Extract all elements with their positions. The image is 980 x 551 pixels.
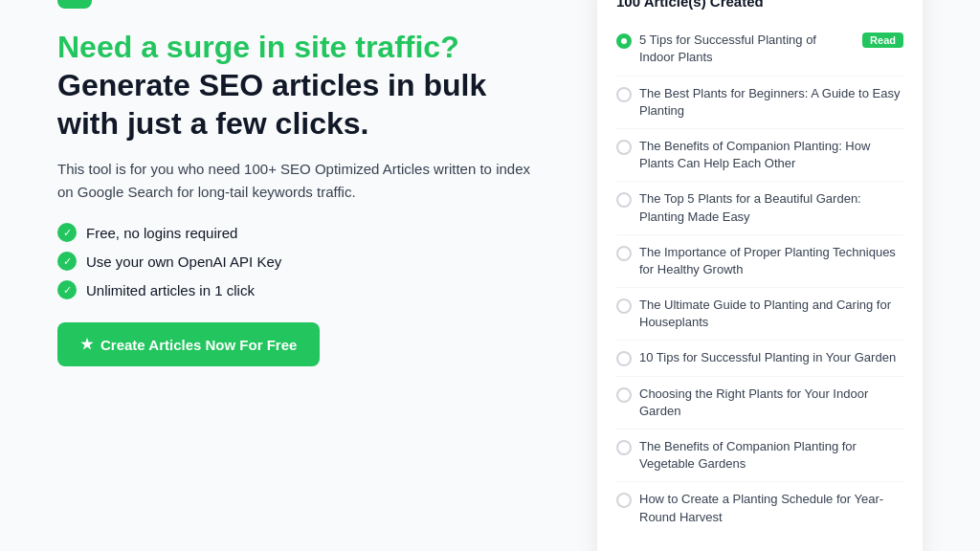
subtext: This tool is for you who need 100+ SEO O… — [57, 158, 540, 204]
article-item-6[interactable]: The Ultimate Guide to Planting and Carin… — [616, 288, 903, 341]
article-title-7: 10 Tips for Successful Planting in Your … — [639, 349, 903, 366]
check-icon-3: ✓ — [57, 280, 77, 299]
article-radio-5 — [616, 246, 632, 261]
article-radio-4 — [616, 192, 632, 208]
feature-item-1: ✓ Free, no logins required — [57, 223, 540, 242]
check-icon-1: ✓ — [57, 223, 77, 242]
article-item-7[interactable]: 10 Tips for Successful Planting in Your … — [616, 341, 903, 376]
article-list: 5 Tips for Successful Planting of Indoor… — [616, 23, 903, 535]
logo-row: ∞ BulkGenerate.com — [57, 0, 540, 9]
articles-count-header: 100 Article(s) Created — [616, 0, 903, 10]
article-radio-10 — [616, 493, 632, 508]
cta-button[interactable]: ★ Create Articles Now For Free — [57, 322, 320, 366]
article-title-10: How to Create a Planting Schedule for Ye… — [639, 491, 903, 525]
article-item-4[interactable]: The Top 5 Plants for a Beautiful Garden:… — [616, 182, 903, 234]
read-badge-1: Read — [862, 33, 903, 48]
article-item-2[interactable]: The Best Plants for Beginners: A Guide t… — [616, 77, 903, 129]
page-wrapper: ∞ BulkGenerate.com Need a surge in site … — [0, 0, 980, 551]
article-item-8[interactable]: Choosing the Right Plants for Your Indoo… — [616, 377, 903, 430]
feature-item-3: ✓ Unlimited articles in 1 click — [57, 280, 540, 299]
article-radio-9 — [616, 440, 632, 455]
article-title-3: The Benefits of Companion Planting: How … — [639, 138, 903, 172]
left-panel: ∞ BulkGenerate.com Need a surge in site … — [57, 0, 540, 366]
headline-green: Need a surge in site traffic? — [57, 30, 459, 64]
feature-item-2: ✓ Use your own OpenAI API Key — [57, 252, 540, 271]
article-radio-3 — [616, 140, 632, 155]
article-title-1: 5 Tips for Successful Planting of Indoor… — [639, 32, 855, 66]
logo-icon: ∞ — [57, 0, 92, 9]
article-radio-1 — [616, 33, 632, 49]
article-title-9: The Benefits of Companion Planting for V… — [639, 438, 903, 473]
feature-label-3: Unlimited articles in 1 click — [86, 282, 255, 298]
articles-panel: 100 Article(s) Created 5 Tips for Succes… — [597, 0, 923, 551]
article-radio-6 — [616, 298, 632, 314]
article-title-6: The Ultimate Guide to Planting and Carin… — [639, 297, 903, 331]
article-item-1[interactable]: 5 Tips for Successful Planting of Indoor… — [616, 23, 903, 76]
article-item-5[interactable]: The Importance of Proper Planting Techni… — [616, 235, 903, 288]
article-item-9[interactable]: The Benefits of Companion Planting for V… — [616, 430, 903, 482]
article-radio-8 — [616, 387, 632, 403]
article-title-8: Choosing the Right Plants for Your Indoo… — [639, 386, 903, 420]
article-title-2: The Best Plants for Beginners: A Guide t… — [639, 85, 903, 120]
article-radio-2 — [616, 87, 632, 102]
article-item-10[interactable]: How to Create a Planting Schedule for Ye… — [616, 482, 903, 534]
features-list: ✓ Free, no logins required ✓ Use your ow… — [57, 223, 540, 299]
check-icon-2: ✓ — [57, 252, 77, 271]
article-title-5: The Importance of Proper Planting Techni… — [639, 244, 903, 278]
cta-star-icon: ★ — [80, 336, 93, 353]
ellipsis: ... — [616, 535, 903, 551]
headline-black: Generate SEO articles in bulk with just … — [57, 68, 486, 141]
article-item-3[interactable]: The Benefits of Companion Planting: How … — [616, 129, 903, 182]
feature-label-1: Free, no logins required — [86, 225, 237, 241]
main-headline: Need a surge in site traffic? Generate S… — [57, 28, 540, 143]
cta-button-label: Create Articles Now For Free — [100, 337, 297, 353]
article-title-4: The Top 5 Plants for a Beautiful Garden:… — [639, 190, 903, 225]
article-radio-7 — [616, 351, 632, 366]
content-area: ∞ BulkGenerate.com Need a surge in site … — [57, 0, 923, 551]
feature-label-2: Use your own OpenAI API Key — [86, 253, 281, 270]
